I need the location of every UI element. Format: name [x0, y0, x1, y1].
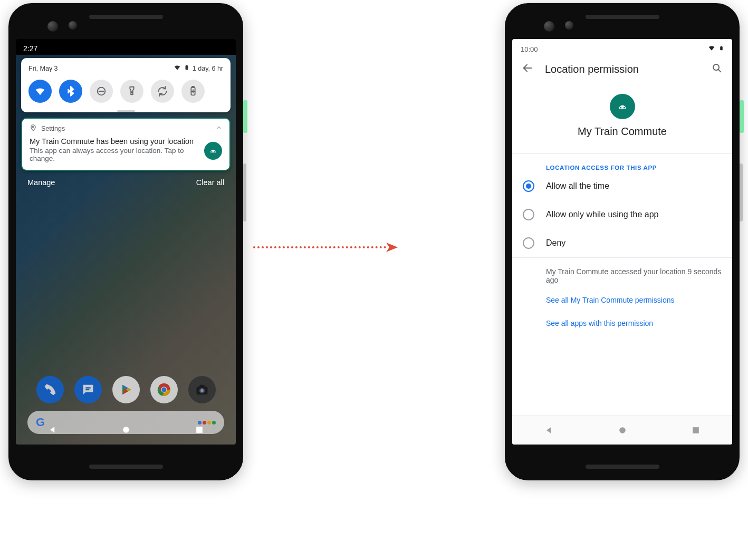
nav-home-button[interactable]: [617, 425, 628, 436]
battery-status-icon: [184, 63, 189, 73]
app-name-label: My Train Commute: [512, 125, 732, 138]
speaker-bottom: [89, 465, 163, 469]
dock-app-messages[interactable]: [74, 376, 102, 403]
phone-notification-shade: 2:27 Fri, May 3 1 day, 6 hr: [8, 3, 243, 480]
qs-tile-flashlight[interactable]: [120, 80, 143, 103]
radio-icon: [523, 209, 534, 220]
light-sensor: [565, 21, 573, 30]
radio-label: Allow only while using the app: [546, 210, 658, 219]
system-nav-bar: [16, 415, 236, 445]
nav-recents-button[interactable]: [691, 425, 701, 436]
flow-arrow: [253, 243, 398, 252]
light-sensor: [69, 21, 77, 30]
screen-right: 10:00 Location permission My Train Commu…: [512, 39, 732, 445]
svg-point-35: [623, 107, 625, 109]
radio-allow-all[interactable]: Allow all the time: [512, 172, 732, 200]
front-camera: [47, 21, 58, 32]
radio-deny[interactable]: Deny: [512, 229, 732, 257]
svg-point-37: [619, 427, 626, 433]
svg-rect-30: [721, 46, 722, 46]
nav-recents-button[interactable]: [194, 424, 205, 435]
collapse-caret-icon[interactable]: [216, 124, 222, 132]
svg-rect-29: [720, 46, 723, 50]
notification-actions: Manage Clear all: [16, 171, 236, 189]
front-camera: [544, 21, 554, 32]
nav-back-button[interactable]: [544, 425, 554, 436]
qs-battery-text: 1 day, 6 hr: [193, 65, 223, 72]
qs-tile-wifi[interactable]: [28, 80, 52, 103]
svg-rect-6: [192, 86, 194, 88]
dock-app-phone[interactable]: [36, 376, 64, 403]
speaker-bottom: [586, 465, 659, 469]
wifi-status-icon: [707, 44, 716, 54]
location-pin-icon: [30, 124, 37, 133]
power-accent-button: [243, 100, 247, 133]
qs-tile-dnd[interactable]: [90, 80, 113, 103]
svg-rect-38: [693, 427, 699, 433]
dock-app-chrome[interactable]: [150, 376, 178, 403]
system-nav-bar: [512, 415, 732, 445]
screen-left: 2:27 Fri, May 3 1 day, 6 hr: [16, 39, 236, 445]
status-time: 2:27: [23, 44, 37, 53]
svg-rect-24: [199, 385, 204, 388]
section-label: LOCATION ACCESS FOR THIS APP: [512, 154, 732, 172]
status-time: 10:00: [521, 45, 538, 53]
notification-title: My Train Commute has been using your loc…: [30, 137, 222, 146]
svg-marker-28: [386, 243, 398, 252]
qs-expand-handle[interactable]: [117, 110, 135, 112]
svg-line-33: [718, 70, 721, 72]
svg-point-20: [161, 388, 166, 392]
notification-source: Settings: [41, 125, 65, 132]
svg-point-26: [123, 427, 129, 433]
svg-point-34: [620, 107, 621, 109]
clear-all-button[interactable]: Clear all: [196, 178, 224, 187]
qs-tile-bluetooth[interactable]: [59, 80, 82, 103]
nav-home-button[interactable]: [121, 424, 131, 435]
search-icon[interactable]: [711, 62, 723, 76]
svg-point-23: [200, 389, 204, 392]
svg-rect-27: [196, 427, 203, 433]
qs-date: Fri, May 3: [28, 65, 58, 72]
radio-allow-foreground[interactable]: Allow only while using the app: [512, 200, 732, 229]
speaker-top: [586, 15, 659, 19]
phone-permission-settings: 10:00 Location permission My Train Commu…: [505, 3, 740, 480]
dock-app-play-store[interactable]: [112, 376, 140, 403]
status-bar: 2:27: [16, 39, 236, 55]
svg-rect-0: [185, 65, 188, 70]
status-bar: 10:00: [512, 39, 732, 56]
battery-status-icon: [719, 44, 724, 54]
dock-app-camera[interactable]: [188, 376, 216, 403]
usage-info: My Train Commute accessed your location …: [512, 258, 732, 288]
app-icon-mytraincommute: [204, 142, 222, 160]
back-icon[interactable]: [522, 62, 533, 76]
link-app-permissions[interactable]: See all My Train Commute permissions: [512, 288, 732, 312]
radio-label: Deny: [546, 238, 565, 248]
link-apps-with-permission[interactable]: See all apps with this permission: [512, 312, 732, 335]
toolbar: Location permission: [512, 56, 732, 80]
svg-rect-1: [186, 65, 188, 65]
speaker-top: [89, 15, 163, 19]
notification-body: This app can always access your location…: [30, 147, 222, 162]
nav-back-button[interactable]: [47, 424, 58, 435]
svg-point-11: [214, 151, 215, 152]
qs-tile-battery-saver[interactable]: [181, 80, 205, 103]
svg-marker-36: [546, 427, 551, 433]
page-title: Location permission: [545, 63, 699, 75]
dock: [16, 376, 236, 403]
svg-point-10: [211, 151, 212, 152]
power-accent-button: [740, 100, 744, 133]
app-icon-mytraincommute: [610, 94, 635, 119]
wifi-status-icon: [174, 64, 181, 73]
radio-icon: [523, 180, 534, 192]
app-header: My Train Commute: [512, 80, 732, 153]
svg-point-9: [33, 126, 34, 128]
notification-card[interactable]: Settings My Train Commute has been using…: [21, 118, 231, 171]
radio-icon: [523, 237, 534, 249]
manage-button[interactable]: Manage: [27, 178, 55, 187]
svg-marker-25: [50, 427, 54, 433]
radio-label: Allow all the time: [546, 181, 609, 191]
quick-settings-panel[interactable]: Fri, May 3 1 day, 6 hr: [21, 58, 231, 112]
qs-tile-autorotate[interactable]: [151, 80, 174, 103]
